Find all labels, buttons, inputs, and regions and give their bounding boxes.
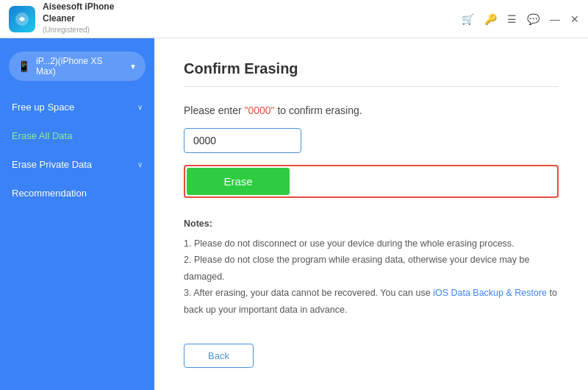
- app-status: (Unregistered): [43, 26, 90, 34]
- app-title: Aiseesoft iPhoneCleaner (Unregistered): [43, 1, 114, 36]
- sidebar-item-free-up-space[interactable]: Free up Space ∨: [0, 93, 154, 121]
- sidebar-item-label: Erase All Data: [12, 130, 72, 141]
- key-icon[interactable]: 🔑: [484, 13, 497, 25]
- prompt-text: Please enter: [184, 104, 245, 116]
- chat-icon[interactable]: 💬: [527, 13, 539, 25]
- device-label: iP...2)(iPhone XS Max): [36, 56, 123, 77]
- menu-icon[interactable]: ☰: [507, 13, 517, 25]
- note-3: 3. After erasing, your data cannot be re…: [184, 285, 559, 318]
- confirm-prompt: Please enter "0000" to confirm erasing.: [184, 104, 559, 116]
- cart-icon[interactable]: 🛒: [462, 13, 474, 25]
- back-button[interactable]: Back: [184, 344, 254, 368]
- sidebar-item-label: Erase Private Data: [12, 159, 92, 170]
- phone-icon: 📱: [18, 60, 30, 72]
- chevron-icon: ∨: [137, 103, 143, 111]
- ios-backup-link[interactable]: iOS Data Backup & Restore: [433, 288, 547, 298]
- note-3-text: 3. After erasing, your data cannot be re…: [184, 288, 433, 298]
- sidebar-item-recommendation[interactable]: Recommendation: [0, 179, 154, 208]
- spacer: [184, 318, 559, 344]
- main-layout: 📱 iP...2)(iPhone XS Max) ▼ Free up Space…: [0, 38, 588, 390]
- prompt-code: "0000": [245, 104, 275, 116]
- note-2: 2. Please do not close the program while…: [184, 252, 559, 285]
- app-logo: [9, 6, 35, 32]
- window-controls: 🛒 🔑 ☰ 💬 — ✕: [462, 13, 579, 25]
- minimize-button[interactable]: —: [550, 13, 560, 25]
- sidebar-item-erase-all-data[interactable]: Erase All Data: [0, 121, 154, 150]
- device-selector[interactable]: 📱 iP...2)(iPhone XS Max) ▼: [9, 52, 146, 81]
- sidebar-item-erase-private-data[interactable]: Erase Private Data ∨: [0, 150, 154, 179]
- erase-button[interactable]: Erase: [187, 168, 290, 195]
- chevron-down-icon: ▼: [129, 63, 137, 71]
- note-1: 1. Please do not disconnect or use your …: [184, 235, 559, 252]
- app-name-block: Aiseesoft iPhoneCleaner (Unregistered): [43, 1, 114, 36]
- sidebar-item-label: Recommendation: [12, 188, 87, 199]
- prompt-suffix: to confirm erasing.: [275, 104, 362, 116]
- divider: [184, 86, 559, 87]
- sidebar-item-label: Free up Space: [12, 102, 74, 113]
- erase-button-wrapper: Erase: [184, 165, 559, 198]
- app-info: Aiseesoft iPhoneCleaner (Unregistered): [9, 1, 114, 36]
- close-button[interactable]: ✕: [570, 13, 579, 25]
- content-area: Confirm Erasing Please enter "0000" to c…: [154, 38, 588, 390]
- confirm-input[interactable]: [184, 128, 301, 153]
- chevron-icon: ∨: [137, 160, 143, 169]
- sidebar: 📱 iP...2)(iPhone XS Max) ▼ Free up Space…: [0, 38, 154, 390]
- notes-title: Notes:: [184, 216, 559, 233]
- page-title: Confirm Erasing: [184, 60, 559, 77]
- title-bar: Aiseesoft iPhoneCleaner (Unregistered) 🛒…: [0, 0, 588, 38]
- notes-section: Notes: 1. Please do not disconnect or us…: [184, 216, 559, 318]
